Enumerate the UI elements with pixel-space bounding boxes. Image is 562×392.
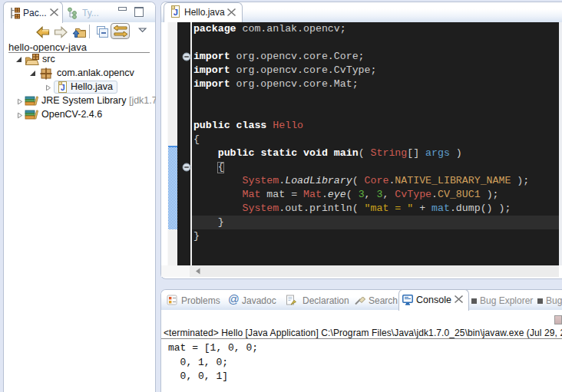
svg-text:J: J	[61, 84, 65, 92]
svg-text:J: J	[174, 8, 178, 17]
